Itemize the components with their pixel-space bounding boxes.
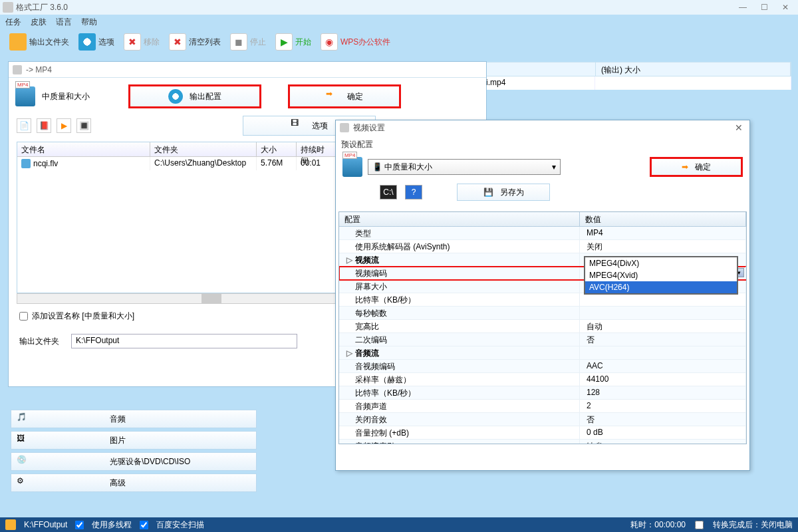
output-config-button[interactable]: 输出配置: [128, 84, 261, 108]
status-folder-icon[interactable]: [5, 519, 16, 530]
mp4-dialog-title: -> MP4: [9, 62, 486, 78]
output-folder-input[interactable]: K:\FFOutput: [71, 334, 297, 348]
preset-mp4-icon: [342, 157, 362, 177]
mp4-icon: [15, 86, 35, 106]
toolbar-start[interactable]: ▶开始: [273, 32, 314, 52]
grid-row[interactable]: 比特率（KB/秒）: [339, 293, 746, 307]
save-icon: 💾: [483, 188, 493, 197]
chevron-down-icon: ▾: [552, 162, 556, 172]
category-audio[interactable]: 🎵音频: [11, 410, 257, 428]
video-codec-dropdown: MPEG4(DivX) MPEG4(Xvid) AVC(H264): [584, 256, 738, 295]
toolbar-stop[interactable]: ◼停止: [227, 32, 269, 52]
toolbar-wps[interactable]: ◉WPS办公软件: [318, 32, 393, 52]
codec-option-h264[interactable]: AVC(H264): [585, 281, 737, 293]
toolbar-clear[interactable]: ✖清空列表: [166, 32, 223, 52]
queue-col-osize: (输出) 大小: [596, 63, 791, 76]
grid-row[interactable]: 采样率（赫兹）44100: [339, 373, 746, 386]
grid-row[interactable]: 音频流索引缺省: [339, 440, 746, 444]
grid-row[interactable]: 类型MP4: [339, 227, 746, 240]
play-preview-icon[interactable]: ▶: [57, 118, 71, 133]
grid-row[interactable]: 音量控制 (+dB)0 dB: [339, 426, 746, 440]
close-button[interactable]: ✕: [775, 1, 795, 13]
category-advanced[interactable]: ⚙高级: [11, 473, 257, 492]
grid-row[interactable]: 关闭音效否: [339, 413, 746, 426]
film-icon: 🎞: [291, 118, 305, 133]
grid-header-val: 数值: [580, 212, 746, 226]
status-bar: K:\FFOutput 使用多线程 百度安全扫描 耗时：00:00:00 转换完…: [0, 517, 798, 532]
settings-grid: 配置 数值 类型MP4使用系统解码器 (AviSynth)关闭▷视频流视频编码A…: [338, 211, 747, 444]
toolbar-options[interactable]: 选项: [76, 32, 117, 52]
category-image[interactable]: 🖼图片: [11, 431, 257, 450]
arrow-right-icon: ➡: [682, 162, 688, 172]
grid-row[interactable]: 使用系统解码器 (AviSynth)关闭: [339, 240, 746, 253]
codec-option-divx[interactable]: MPEG4(DivX): [585, 257, 737, 269]
video-ok-button[interactable]: ➡ 确定: [650, 157, 743, 177]
stop-icon: ◼: [230, 33, 247, 51]
col-size[interactable]: 大小: [257, 142, 297, 156]
maximize-button[interactable]: ☐: [754, 1, 774, 13]
output-folder-label: 输出文件夹: [19, 336, 59, 347]
codec-option-xvid[interactable]: MPEG4(Xvid): [585, 269, 737, 281]
gear-icon: [78, 33, 96, 51]
status-folder: K:\FFOutput: [24, 520, 67, 529]
grid-row[interactable]: 比特率（KB/秒）128: [339, 386, 746, 400]
menu-help[interactable]: 帮助: [81, 17, 97, 28]
preset-combobox[interactable]: 📱 中质量和大小▾: [368, 159, 561, 175]
sidebar-categories: 🎵音频 🖼图片 💿光驱设备\DVD\CD\ISO ⚙高级: [11, 410, 257, 495]
menu-bar: 任务 皮肤 语言 帮助: [0, 15, 798, 29]
folder-icon: [9, 33, 27, 51]
toolbar-output-folder[interactable]: 输出文件夹: [7, 32, 72, 52]
delete-icon: ✖: [124, 33, 141, 51]
menu-language[interactable]: 语言: [56, 17, 72, 28]
help-icon[interactable]: ?: [405, 185, 422, 200]
mp4-dialog-icon: [13, 65, 22, 74]
elapsed-label: 耗时：00:00:00: [630, 519, 686, 531]
minimize-button[interactable]: —: [733, 1, 753, 13]
toolbar-delete[interactable]: ✖移除: [121, 32, 162, 52]
menu-task[interactable]: 任务: [5, 17, 21, 28]
video-settings-title: 视频设置: [353, 122, 385, 134]
add-settings-name-label: 添加设置名称 [中质量和大小]: [32, 311, 134, 322]
menu-skin[interactable]: 皮肤: [31, 17, 47, 28]
save-as-button[interactable]: 💾 另存为: [457, 184, 550, 201]
wps-icon: ◉: [321, 33, 338, 51]
mp4-ok-button[interactable]: ➡ 确定: [288, 84, 401, 108]
shutdown-label: 转换完成后：关闭电脑: [713, 519, 793, 531]
baidu-scan-label: 百度安全扫描: [156, 519, 204, 531]
shutdown-checkbox[interactable]: [695, 521, 704, 529]
app-title: 格式工厂 3.6.0: [16, 2, 68, 13]
toolbar: 输出文件夹 选项 ✖移除 ✖清空列表 ◼停止 ▶开始 ◉WPS办公软件: [0, 29, 798, 55]
multithread-checkbox[interactable]: [75, 521, 84, 529]
add-file-icon[interactable]: 📄: [17, 118, 31, 133]
image-icon: 🖼: [17, 434, 30, 447]
add-folder-icon[interactable]: 📕: [37, 118, 51, 133]
col-filename[interactable]: 文件名: [17, 142, 150, 156]
video-settings-icon: [340, 123, 349, 132]
gear-icon: [168, 89, 183, 104]
dialog-close-button[interactable]: ✕: [732, 122, 745, 133]
advanced-icon: ⚙: [17, 476, 30, 489]
category-disc[interactable]: 💿光驱设备\DVD\CD\ISO: [11, 452, 257, 471]
multithread-label: 使用多线程: [92, 519, 132, 531]
col-duration[interactable]: 持续时间: [297, 142, 336, 156]
grid-row[interactable]: 每秒帧数: [339, 307, 746, 320]
quality-label: 中质量和大小: [42, 91, 122, 102]
grid-section: ▷音频流: [339, 346, 746, 360]
grid-row[interactable]: 音视频编码AAC: [339, 360, 746, 373]
info-icon[interactable]: 🔳: [76, 118, 91, 133]
window-titlebar: 格式工厂 3.6.0 — ☐ ✕: [0, 0, 798, 15]
grid-row[interactable]: 二次编码否: [339, 333, 746, 346]
baidu-scan-checkbox[interactable]: [140, 521, 148, 529]
grid-row[interactable]: 宽高比自动: [339, 320, 746, 333]
col-folder[interactable]: 文件夹: [150, 142, 257, 156]
console-icon[interactable]: C:\: [380, 185, 397, 200]
video-settings-dialog: 视频设置 ✕ 预设配置 📱 中质量和大小▾ ➡ 确定 C:\ ? 💾 另存为: [335, 120, 750, 471]
preset-label: 预设配置: [336, 135, 749, 154]
disc-icon: 💿: [17, 455, 30, 468]
arrow-right-icon: ➡: [326, 89, 340, 104]
file-icon: [21, 159, 31, 168]
add-settings-name-checkbox[interactable]: [19, 312, 28, 321]
grid-row[interactable]: 音频声道2: [339, 400, 746, 413]
grid-header-key: 配置: [339, 212, 580, 226]
clear-icon: ✖: [169, 33, 186, 51]
